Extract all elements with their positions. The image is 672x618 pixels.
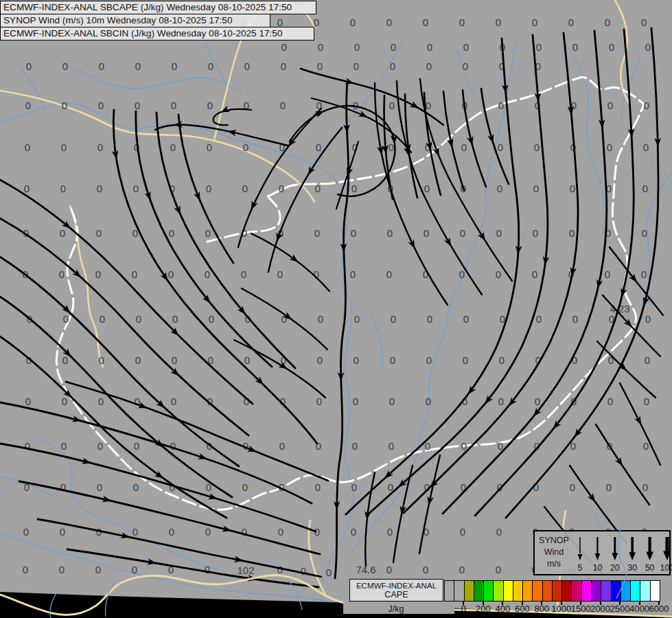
cape-scale-label: 1000 [551,604,571,614]
wind-speed-label: 10 [592,563,602,573]
grid-value-label: 0 [427,41,432,53]
grid-value-label: 0 [351,481,357,493]
grid-value-label: 0 [133,183,139,194]
cape-legend-title-box: ECMWF-INDEX-ANAL CAPE [349,579,443,602]
grid-value-label: 0 [206,183,211,194]
grid-value-label: 0 [605,16,610,28]
wind-legend-param: Wind [535,547,573,557]
cape-colorbar-cell [561,581,571,601]
grid-value-label: 0 [496,268,501,280]
grid-value-label: 0 [171,100,176,111]
grid-value-label: 0 [426,354,432,366]
grid-value-label: 0 [61,141,67,153]
grid-value-label: 0 [459,268,465,280]
grid-value-label: 0 [244,60,250,72]
grid-value-label: 0 [426,100,431,111]
grid-value-label: 0 [135,100,140,111]
grid-value-label: 0 [209,313,214,325]
grid-value-label: 0 [169,227,174,239]
cape-colorbar-cell [640,581,649,601]
grid-value-label: 0 [171,396,176,407]
map-value-label: 0. [301,565,310,577]
grid-value-label: 0 [132,564,137,575]
title-sbcin: ECMWF-INDEX-ANAL SBCIN (J/kg) Wednesday … [0,27,314,41]
grid-value-label: 0 [496,16,501,28]
grid-value-label: 0 [536,313,542,325]
grid-value-label: 0 [135,354,141,366]
wind-speed-label: 20 [610,563,620,573]
grid-value-label: 0 [351,526,356,538]
cape-scale-label: 6000 [649,604,669,614]
grid-value-label: 0 [461,440,467,452]
grid-value-label: 0 [386,16,392,28]
grid-value-label: 0 [607,396,613,407]
grid-value-label: 0 [459,564,465,575]
grid-value-label: 0 [644,100,649,111]
cape-colorbar-cell [650,581,660,601]
grid-value-label: 0 [569,227,575,239]
grid-value-label: 0 [243,141,248,153]
grid-value-label: 0 [98,396,104,407]
grid-value-label: 0 [499,354,505,366]
grid-value-label: 0 [350,16,356,28]
grid-value-label: 0 [133,481,139,493]
cape-colorbar-cell [483,581,493,601]
grid-value-label: 0 [389,396,395,407]
grid-value-label: 0 [25,100,31,111]
grid-value-label: 0 [168,268,174,280]
cape-colorbar-cell [621,581,630,601]
grid-value-label: 0 [317,354,323,366]
grid-value-label: 0 [642,227,647,239]
grid-value-label: 0 [607,100,613,111]
grid-value-label: 0 [62,396,67,407]
grid-value-label: 0 [316,396,322,407]
grid-value-label: 0 [314,227,320,239]
grid-value-label: 0 [205,268,210,280]
grid-value-label: 0 [281,41,287,53]
grid-value-label: 0 [496,564,501,575]
grid-value-label: 0 [134,440,139,452]
wind-arrow-icon [612,553,618,560]
cape-colorbar-cell [513,581,522,601]
grid-value-label: 0 [205,564,210,575]
map-value-label: 102 [237,564,254,576]
grid-value-label: 0 [463,41,469,53]
cape-colorbar-cell [552,581,561,601]
grid-value-label: 0 [172,313,178,325]
grid-value-label: 0 [607,141,612,153]
grid-value-label: 0 [351,227,356,239]
grid-value-label: 0 [62,100,67,111]
grid-value-label: 0 [536,41,542,53]
grid-value-label: 0 [532,268,537,280]
grid-value-label: 0 [135,60,141,72]
grid-value-label: 0 [645,354,650,366]
grid-value-label: 0 [386,564,392,575]
wind-arrow-icons [572,533,671,563]
grid-value-label: 0 [423,564,428,575]
cape-colorbar-cell [445,581,454,601]
cape-scale-label: 2000 [590,604,610,614]
cape-scale-label: 4000 [629,604,649,614]
grid-value-label: 0 [25,141,30,153]
grid-value-label: 0 [207,100,213,111]
map-canvas[interactable]: 0000000000000000000000000000000000000000… [0,0,672,618]
grid-value-label: 0 [461,141,467,153]
grid-value-label: 0 [62,354,68,366]
grid-value-label: 0 [98,100,104,111]
grid-value-label: 0 [279,183,284,194]
grid-value-label: 0 [391,313,396,325]
wind-arrow-icon [646,551,653,560]
grid-value-label: 0 [532,16,537,28]
cape-scale-label: 2500 [610,604,630,614]
grid-value-label: 0 [23,526,29,538]
cape-colorbar-cell [630,581,640,601]
grid-value-label: 0 [59,268,65,280]
grid-value-label: 0 [59,564,65,575]
grid-value-label: 0 [463,60,468,72]
grid-value-label: 0 [427,313,432,325]
cape-colorbar-cell [591,581,601,601]
grid-value-label: 0 [645,313,651,325]
map-value-label: 0 [326,566,332,578]
grid-value-label: 0 [386,268,392,280]
cape-colorbar-cell [571,581,581,601]
